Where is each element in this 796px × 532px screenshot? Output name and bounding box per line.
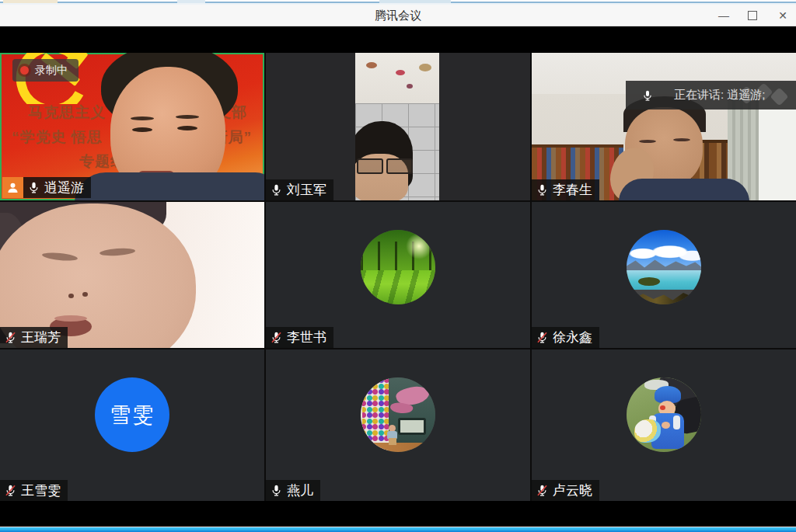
participant-label-row: 卢云晓 [532, 480, 599, 501]
face-detail [176, 115, 199, 119]
avatar-initials-text: 雪雯 [110, 401, 155, 429]
meeting-watermark-icon [735, 82, 796, 108]
name-plate: 刘玉军 [266, 179, 333, 200]
minimize-button[interactable]: — [718, 10, 729, 21]
avatar-graffiti-photo [361, 377, 435, 452]
ceiling-decor [407, 84, 413, 89]
mic-muted-icon [536, 331, 549, 344]
background-window-segment [3, 0, 58, 3]
tile-xuyongxin[interactable]: 徐永鑫 [532, 202, 796, 348]
avatar-photo-layer [660, 405, 665, 410]
mic-muted-icon [536, 484, 549, 497]
titlebar[interactable]: 腾讯会议 — ✕ [0, 5, 796, 26]
mic-muted-icon [270, 331, 283, 344]
recording-badge: 录制中 [12, 59, 79, 82]
face-detail [639, 140, 656, 143]
speaking-indicator: 正在讲话: 逍遥游; [626, 81, 796, 110]
participant-name: 徐永鑫 [553, 329, 592, 346]
avatar-photo-layer [389, 438, 396, 445]
maximize-icon [748, 11, 757, 20]
name-plate: 王雪雯 [0, 480, 68, 501]
face-detail [673, 138, 690, 141]
ceiling-decor [366, 62, 377, 68]
tencent-meeting-window: 腾讯会议 — ✕ 马克思主义 党支部 “学党史 悟思 开新局” 专题组 [0, 0, 796, 532]
mic-icon [270, 484, 283, 497]
name-plate: 卢云晓 [532, 480, 599, 501]
participant-label-row: 刘玉军 [266, 179, 333, 200]
name-plate: 王瑞芳 [0, 327, 68, 348]
participant-label-row: 燕儿 [266, 480, 320, 501]
avatar-photo-layer [361, 270, 435, 304]
face-detail [82, 292, 88, 297]
tile-lichunsheng[interactable]: 正在讲话: 逍遥游; 李春生 [532, 53, 796, 200]
participant-label-row: 王雪雯 [0, 480, 68, 501]
participant-video-shirt [619, 179, 749, 200]
participant-name: 卢云晓 [553, 482, 592, 499]
background-window-segment [177, 0, 205, 3]
host-badge [2, 177, 23, 198]
tile-liuyujun[interactable]: 刘玉军 [266, 53, 530, 200]
maximize-button[interactable] [748, 11, 759, 20]
face-detail [54, 315, 87, 322]
participant-name: 李春生 [553, 181, 592, 199]
avatar-lake-photo [627, 230, 701, 304]
name-plate: 李春生 [532, 179, 599, 200]
participant-name: 刘玉军 [287, 181, 326, 199]
avatar-photo-layer [634, 419, 661, 443]
mic-icon [641, 89, 654, 102]
name-plate: 徐永鑫 [532, 327, 599, 348]
mic-icon [270, 183, 283, 196]
face-detail [131, 116, 154, 120]
avatar-photo-layer [361, 443, 435, 452]
mic-icon [27, 181, 40, 194]
tile-luyunxiao[interactable]: 卢云晓 [532, 349, 796, 501]
avatar-park-photo [361, 230, 435, 304]
portrait-video-strip [355, 53, 439, 200]
recording-badge-label: 录制中 [35, 64, 68, 78]
avatar-photo-layer [673, 416, 680, 429]
avatar-child-photo [627, 377, 701, 452]
person-icon [6, 181, 19, 194]
participant-label-row: 李世书 [266, 327, 333, 348]
participant-video-shirt [75, 172, 264, 200]
avatar-photo-layer [406, 233, 432, 259]
face-detail [177, 126, 197, 130]
participant-name: 王瑞芳 [21, 329, 61, 346]
recording-dot-icon [20, 66, 29, 75]
ceiling-decor [419, 64, 431, 71]
window-controls: — ✕ [718, 5, 788, 26]
tile-yaner[interactable]: 燕儿 [266, 349, 530, 501]
window-title: 腾讯会议 [0, 5, 796, 26]
name-plate: 李世书 [266, 327, 333, 348]
avatar-photo-layer [627, 245, 701, 263]
tile-xiaoyaoyou[interactable]: 马克思主义 党支部 “学党史 悟思 开新局” 专题组 录制中 [0, 53, 264, 200]
name-plate: 燕儿 [266, 480, 320, 501]
participant-name: 李世书 [287, 329, 326, 346]
tile-wangxuewen[interactable]: 雪雯 王雪雯 [0, 349, 264, 501]
ceiling-decor [396, 70, 405, 75]
taskbar-edge [0, 527, 796, 532]
face-detail [68, 294, 74, 298]
mic-muted-icon [4, 484, 17, 497]
glasses-detail [357, 158, 383, 174]
participant-label-row: 徐永鑫 [532, 327, 599, 348]
avatar-photo-layer [362, 379, 389, 442]
tile-wangruifang[interactable]: 王瑞芳 [0, 202, 264, 348]
avatar-photo-layer [398, 418, 427, 435]
glasses-detail [386, 158, 413, 174]
participant-name: 王雪雯 [21, 482, 61, 499]
participant-name: 逍遥游 [44, 179, 84, 196]
close-button[interactable]: ✕ [777, 10, 788, 21]
name-plate: 逍遥游 [23, 177, 91, 198]
video-grid: 马克思主义 党支部 “学党史 悟思 开新局” 专题组 录制中 [0, 53, 796, 501]
participant-label-row: 李春生 [532, 179, 599, 200]
mic-muted-icon [4, 331, 17, 344]
background-window-segment [379, 0, 451, 3]
banner-text: “学党史 悟思 [12, 127, 103, 148]
face-detail [132, 127, 152, 132]
participant-label-row: 王瑞芳 [0, 327, 68, 348]
banner-text: 马克思主义 [28, 103, 106, 123]
participant-label-row: 逍遥游 [2, 177, 91, 198]
avatar-photo-layer [662, 422, 670, 429]
tile-lishishu[interactable]: 李世书 [266, 202, 530, 348]
